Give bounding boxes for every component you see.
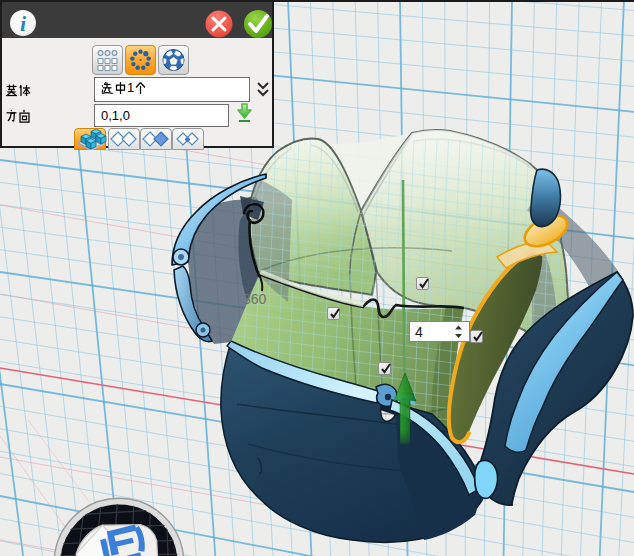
svg-text:i: i: [20, 11, 27, 36]
